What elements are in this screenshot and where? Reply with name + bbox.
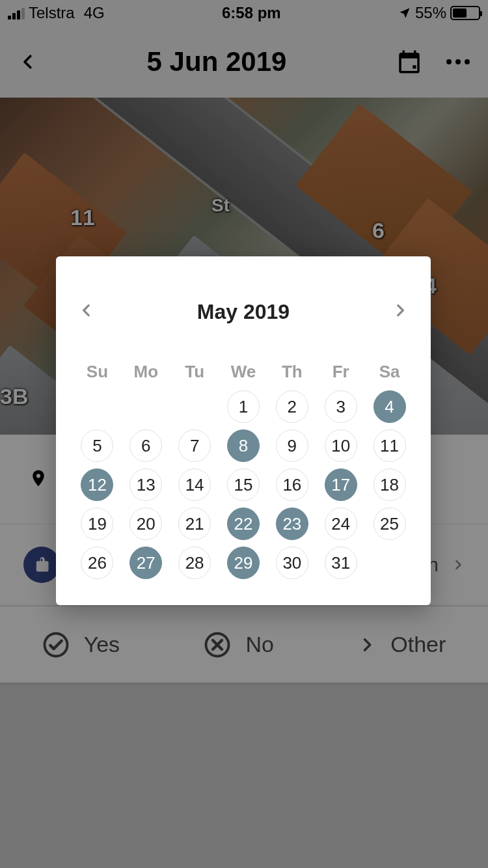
calendar-day[interactable]: 1 (227, 390, 260, 423)
calendar-day[interactable]: 31 (325, 547, 357, 579)
calendar-day[interactable]: 13 (129, 468, 162, 501)
chevron-left-icon (78, 299, 95, 321)
calendar-day[interactable]: 18 (373, 468, 406, 501)
calendar-day[interactable]: 22 (227, 508, 260, 540)
calendar-grid: SuMoTuWeThFrSa12345678910111213141516171… (74, 359, 413, 579)
calendar-day[interactable]: 23 (276, 508, 308, 540)
calendar-next-button[interactable] (392, 299, 409, 324)
calendar-day[interactable]: 5 (81, 429, 113, 462)
calendar-dow-header: We (221, 359, 267, 384)
calendar-day[interactable]: 30 (276, 547, 308, 579)
calendar-day[interactable]: 19 (81, 508, 113, 540)
calendar-day[interactable]: 6 (129, 429, 162, 462)
calendar-day[interactable]: 12 (81, 468, 113, 501)
calendar-prev-button[interactable] (78, 299, 95, 324)
calendar-day[interactable]: 24 (325, 508, 357, 540)
calendar-day[interactable]: 28 (178, 547, 211, 579)
calendar-day[interactable]: 26 (81, 547, 113, 579)
chevron-right-icon (392, 299, 409, 321)
calendar-day[interactable]: 2 (276, 390, 308, 423)
calendar-dow-header: Fr (318, 359, 364, 384)
calendar-day[interactable]: 15 (227, 468, 260, 501)
calendar-dow-header: Th (269, 359, 315, 384)
calendar-day[interactable]: 9 (276, 429, 308, 462)
calendar-dow-header: Sa (366, 359, 413, 384)
calendar-day[interactable]: 27 (129, 547, 162, 579)
calendar-day[interactable]: 4 (373, 390, 406, 423)
calendar-dow-header: Su (74, 359, 120, 384)
calendar-day[interactable]: 16 (276, 468, 308, 501)
calendar-day[interactable]: 7 (178, 429, 211, 462)
calendar-day[interactable]: 11 (373, 429, 406, 462)
calendar-day[interactable]: 29 (227, 547, 260, 579)
calendar-dow-header: Mo (123, 359, 169, 384)
calendar-day[interactable]: 20 (129, 508, 162, 540)
calendar-day[interactable]: 14 (178, 468, 211, 501)
calendar-day[interactable]: 8 (227, 429, 260, 462)
calendar-day[interactable]: 3 (325, 390, 357, 423)
calendar-empty-cell (129, 390, 162, 423)
calendar-month-title: May 2019 (197, 300, 290, 324)
calendar-empty-cell (178, 390, 211, 423)
calendar-day[interactable]: 21 (178, 508, 211, 540)
calendar-popup: May 2019 SuMoTuWeThFrSa12345678910111213… (56, 256, 431, 605)
calendar-day[interactable]: 25 (373, 508, 406, 540)
calendar-dow-header: Tu (172, 359, 218, 384)
calendar-empty-cell (81, 390, 113, 423)
calendar-day[interactable]: 10 (325, 429, 357, 462)
calendar-day[interactable]: 17 (325, 468, 357, 501)
